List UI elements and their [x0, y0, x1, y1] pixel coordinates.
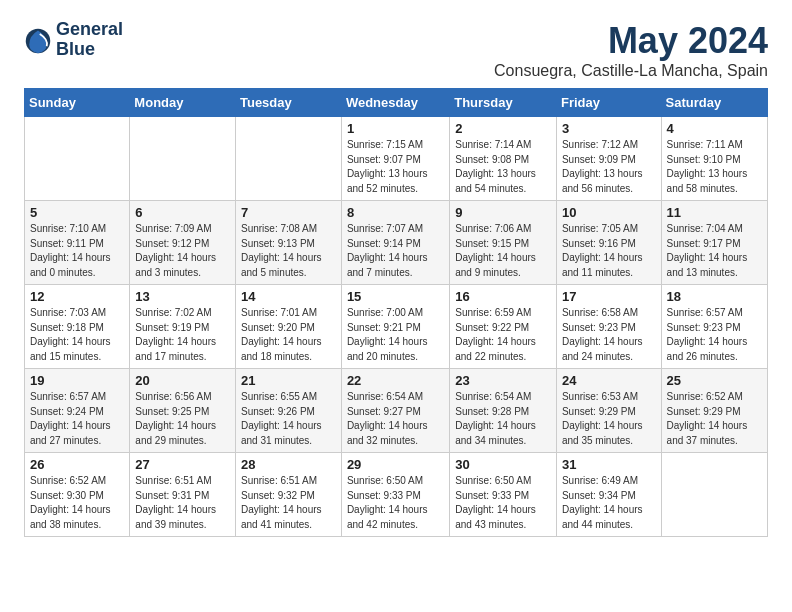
day-info: Sunrise: 7:08 AM Sunset: 9:13 PM Dayligh…: [241, 222, 336, 280]
day-number: 9: [455, 205, 551, 220]
day-number: 15: [347, 289, 444, 304]
day-number: 29: [347, 457, 444, 472]
weekday-monday: Monday: [130, 89, 236, 117]
weekday-wednesday: Wednesday: [341, 89, 449, 117]
weekday-row: SundayMondayTuesdayWednesdayThursdayFrid…: [25, 89, 768, 117]
day-number: 5: [30, 205, 124, 220]
day-cell: 5Sunrise: 7:10 AM Sunset: 9:11 PM Daylig…: [25, 201, 130, 285]
day-number: 13: [135, 289, 230, 304]
week-row-1: 5Sunrise: 7:10 AM Sunset: 9:11 PM Daylig…: [25, 201, 768, 285]
day-cell: [661, 453, 767, 537]
day-info: Sunrise: 7:05 AM Sunset: 9:16 PM Dayligh…: [562, 222, 656, 280]
day-info: Sunrise: 6:58 AM Sunset: 9:23 PM Dayligh…: [562, 306, 656, 364]
day-number: 17: [562, 289, 656, 304]
weekday-thursday: Thursday: [450, 89, 557, 117]
day-info: Sunrise: 7:06 AM Sunset: 9:15 PM Dayligh…: [455, 222, 551, 280]
weekday-saturday: Saturday: [661, 89, 767, 117]
day-number: 10: [562, 205, 656, 220]
day-info: Sunrise: 7:15 AM Sunset: 9:07 PM Dayligh…: [347, 138, 444, 196]
day-cell: 26Sunrise: 6:52 AM Sunset: 9:30 PM Dayli…: [25, 453, 130, 537]
day-cell: 3Sunrise: 7:12 AM Sunset: 9:09 PM Daylig…: [556, 117, 661, 201]
day-cell: 6Sunrise: 7:09 AM Sunset: 9:12 PM Daylig…: [130, 201, 236, 285]
day-number: 31: [562, 457, 656, 472]
day-info: Sunrise: 6:59 AM Sunset: 9:22 PM Dayligh…: [455, 306, 551, 364]
day-info: Sunrise: 7:04 AM Sunset: 9:17 PM Dayligh…: [667, 222, 762, 280]
day-number: 22: [347, 373, 444, 388]
subtitle: Consuegra, Castille-La Mancha, Spain: [494, 62, 768, 80]
day-info: Sunrise: 6:50 AM Sunset: 9:33 PM Dayligh…: [455, 474, 551, 532]
day-cell: 18Sunrise: 6:57 AM Sunset: 9:23 PM Dayli…: [661, 285, 767, 369]
day-info: Sunrise: 6:51 AM Sunset: 9:32 PM Dayligh…: [241, 474, 336, 532]
day-info: Sunrise: 7:03 AM Sunset: 9:18 PM Dayligh…: [30, 306, 124, 364]
day-number: 2: [455, 121, 551, 136]
day-info: Sunrise: 6:52 AM Sunset: 9:30 PM Dayligh…: [30, 474, 124, 532]
day-info: Sunrise: 6:49 AM Sunset: 9:34 PM Dayligh…: [562, 474, 656, 532]
day-number: 28: [241, 457, 336, 472]
day-cell: 28Sunrise: 6:51 AM Sunset: 9:32 PM Dayli…: [235, 453, 341, 537]
day-number: 24: [562, 373, 656, 388]
day-cell: 29Sunrise: 6:50 AM Sunset: 9:33 PM Dayli…: [341, 453, 449, 537]
header: General Blue May 2024 Consuegra, Castill…: [24, 20, 768, 80]
day-info: Sunrise: 6:55 AM Sunset: 9:26 PM Dayligh…: [241, 390, 336, 448]
calendar: SundayMondayTuesdayWednesdayThursdayFrid…: [24, 88, 768, 537]
day-cell: [235, 117, 341, 201]
week-row-3: 19Sunrise: 6:57 AM Sunset: 9:24 PM Dayli…: [25, 369, 768, 453]
day-number: 19: [30, 373, 124, 388]
day-info: Sunrise: 6:53 AM Sunset: 9:29 PM Dayligh…: [562, 390, 656, 448]
day-cell: 30Sunrise: 6:50 AM Sunset: 9:33 PM Dayli…: [450, 453, 557, 537]
day-number: 1: [347, 121, 444, 136]
week-row-0: 1Sunrise: 7:15 AM Sunset: 9:07 PM Daylig…: [25, 117, 768, 201]
calendar-header: SundayMondayTuesdayWednesdayThursdayFrid…: [25, 89, 768, 117]
day-number: 30: [455, 457, 551, 472]
day-number: 16: [455, 289, 551, 304]
day-info: Sunrise: 6:57 AM Sunset: 9:24 PM Dayligh…: [30, 390, 124, 448]
day-number: 27: [135, 457, 230, 472]
day-cell: 23Sunrise: 6:54 AM Sunset: 9:28 PM Dayli…: [450, 369, 557, 453]
day-info: Sunrise: 7:01 AM Sunset: 9:20 PM Dayligh…: [241, 306, 336, 364]
day-cell: 1Sunrise: 7:15 AM Sunset: 9:07 PM Daylig…: [341, 117, 449, 201]
day-info: Sunrise: 7:12 AM Sunset: 9:09 PM Dayligh…: [562, 138, 656, 196]
day-cell: 8Sunrise: 7:07 AM Sunset: 9:14 PM Daylig…: [341, 201, 449, 285]
logo-icon: [24, 27, 52, 55]
day-info: Sunrise: 7:00 AM Sunset: 9:21 PM Dayligh…: [347, 306, 444, 364]
logo-text: General Blue: [56, 20, 123, 60]
day-info: Sunrise: 7:07 AM Sunset: 9:14 PM Dayligh…: [347, 222, 444, 280]
day-info: Sunrise: 6:56 AM Sunset: 9:25 PM Dayligh…: [135, 390, 230, 448]
day-info: Sunrise: 6:54 AM Sunset: 9:27 PM Dayligh…: [347, 390, 444, 448]
title-block: May 2024 Consuegra, Castille-La Mancha, …: [494, 20, 768, 80]
day-number: 12: [30, 289, 124, 304]
logo-line1: General: [56, 20, 123, 40]
day-number: 26: [30, 457, 124, 472]
day-info: Sunrise: 7:02 AM Sunset: 9:19 PM Dayligh…: [135, 306, 230, 364]
page: General Blue May 2024 Consuegra, Castill…: [0, 0, 792, 557]
day-cell: [130, 117, 236, 201]
day-number: 25: [667, 373, 762, 388]
day-number: 6: [135, 205, 230, 220]
day-cell: 16Sunrise: 6:59 AM Sunset: 9:22 PM Dayli…: [450, 285, 557, 369]
day-number: 11: [667, 205, 762, 220]
day-cell: 22Sunrise: 6:54 AM Sunset: 9:27 PM Dayli…: [341, 369, 449, 453]
day-cell: 31Sunrise: 6:49 AM Sunset: 9:34 PM Dayli…: [556, 453, 661, 537]
day-number: 7: [241, 205, 336, 220]
logo-line2: Blue: [56, 40, 123, 60]
day-info: Sunrise: 7:11 AM Sunset: 9:10 PM Dayligh…: [667, 138, 762, 196]
day-cell: 27Sunrise: 6:51 AM Sunset: 9:31 PM Dayli…: [130, 453, 236, 537]
main-title: May 2024: [494, 20, 768, 62]
day-cell: 17Sunrise: 6:58 AM Sunset: 9:23 PM Dayli…: [556, 285, 661, 369]
day-cell: 21Sunrise: 6:55 AM Sunset: 9:26 PM Dayli…: [235, 369, 341, 453]
day-cell: 11Sunrise: 7:04 AM Sunset: 9:17 PM Dayli…: [661, 201, 767, 285]
day-cell: 24Sunrise: 6:53 AM Sunset: 9:29 PM Dayli…: [556, 369, 661, 453]
day-info: Sunrise: 7:10 AM Sunset: 9:11 PM Dayligh…: [30, 222, 124, 280]
day-info: Sunrise: 7:14 AM Sunset: 9:08 PM Dayligh…: [455, 138, 551, 196]
week-row-2: 12Sunrise: 7:03 AM Sunset: 9:18 PM Dayli…: [25, 285, 768, 369]
day-info: Sunrise: 6:51 AM Sunset: 9:31 PM Dayligh…: [135, 474, 230, 532]
day-cell: 20Sunrise: 6:56 AM Sunset: 9:25 PM Dayli…: [130, 369, 236, 453]
day-info: Sunrise: 7:09 AM Sunset: 9:12 PM Dayligh…: [135, 222, 230, 280]
day-cell: 14Sunrise: 7:01 AM Sunset: 9:20 PM Dayli…: [235, 285, 341, 369]
day-info: Sunrise: 6:57 AM Sunset: 9:23 PM Dayligh…: [667, 306, 762, 364]
logo: General Blue: [24, 20, 123, 60]
day-cell: [25, 117, 130, 201]
day-cell: 4Sunrise: 7:11 AM Sunset: 9:10 PM Daylig…: [661, 117, 767, 201]
calendar-body: 1Sunrise: 7:15 AM Sunset: 9:07 PM Daylig…: [25, 117, 768, 537]
day-cell: 25Sunrise: 6:52 AM Sunset: 9:29 PM Dayli…: [661, 369, 767, 453]
